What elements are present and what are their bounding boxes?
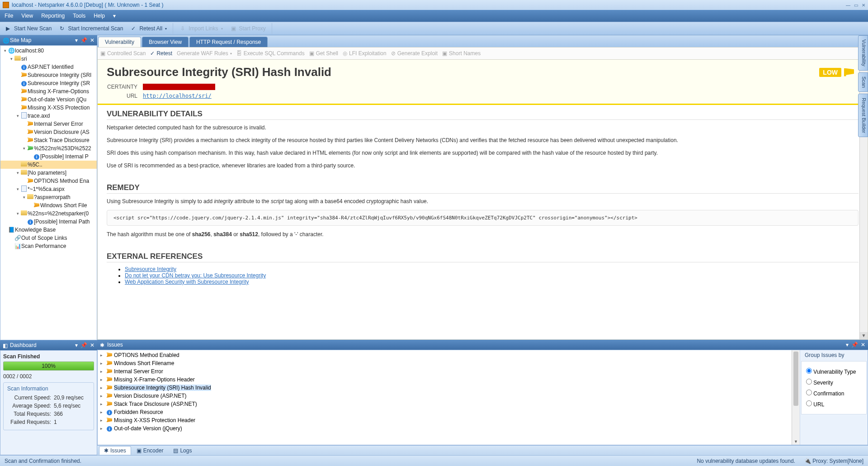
menu-file[interactable]: File xyxy=(5,13,13,19)
issue-row[interactable]: ▸Stack Trace Disclosure (ASP.NET) xyxy=(98,400,792,408)
issue-row[interactable]: ▸Missing X-XSS Protection Header xyxy=(98,416,792,424)
vulnerability-panel[interactable]: Subresource Integrity (SRI) Hash Invalid… xyxy=(97,60,868,340)
tree-node[interactable]: ▾🌐localhost:80 xyxy=(0,47,97,55)
scan-information: Scan Information Current Speed:20,9 req/… xyxy=(3,382,94,430)
panel-pin-button[interactable]: 📌 xyxy=(80,37,87,43)
issue-row[interactable]: ▸iOut-of-date Version (jQuery) xyxy=(98,424,792,433)
tree-node[interactable]: iSubresource Integrity (SR xyxy=(0,79,97,87)
tree-node[interactable]: ▾*~1*%5ca.aspx xyxy=(0,185,97,193)
tree-node[interactable]: ▾%22ns=%22netsparker(0 xyxy=(0,209,97,218)
tab-browser-view[interactable]: Browser View xyxy=(142,37,189,47)
issue-row[interactable]: ▸Missing X-Frame-Options Header xyxy=(98,376,792,384)
vulnerability-url[interactable]: http://localhost/sri/ xyxy=(143,93,212,99)
tree-node[interactable]: 📊Scan Performance xyxy=(0,242,97,250)
panel-pin-button[interactable]: 📌 xyxy=(851,342,858,348)
tree-node[interactable]: OPTIONS Method Ena xyxy=(0,177,97,185)
dashboard-row: Failed Requests:1 xyxy=(7,419,90,425)
issue-row[interactable]: ▸Windows Short Filename xyxy=(98,359,792,367)
tab-vulnerability[interactable]: Vulnerability xyxy=(98,37,141,47)
tree-node[interactable]: ▾[No parameters] xyxy=(0,169,97,177)
tree-node[interactable]: Version Disclosure (AS xyxy=(0,128,97,136)
issue-row[interactable]: ▸iForbidden Resource xyxy=(98,408,792,416)
sitemap-tree[interactable]: ▾🌐localhost:80▾sriiASP.NET IdentifiedSub… xyxy=(0,45,97,340)
tree-node[interactable]: ▾sri xyxy=(0,55,97,63)
flag-orange-icon xyxy=(107,401,112,407)
btab-logs[interactable]: ▤ Logs xyxy=(169,447,196,455)
issue-row[interactable]: ▸Version Disclosure (ASP.NET) xyxy=(98,392,792,400)
tree-node[interactable]: Internal Server Error xyxy=(0,120,97,128)
menu-help[interactable]: Help xyxy=(94,13,105,19)
scroll-down[interactable]: ▼ xyxy=(860,332,868,339)
panel-close-button[interactable]: ✕ xyxy=(90,342,94,348)
tree-node[interactable]: Windows Short File xyxy=(0,201,97,209)
lfi-button: ◎ LFI Exploitation xyxy=(343,50,387,57)
tree-node[interactable]: Missing X-XSS Protection xyxy=(0,104,97,112)
details-text: Netsparker detected computed hash for th… xyxy=(107,124,859,132)
dock-request-builder[interactable]: Request Builder xyxy=(858,94,868,137)
panel-options-button[interactable]: ▾ xyxy=(75,342,78,348)
issues-scrollbar[interactable]: ▲ ▼ xyxy=(792,350,800,445)
panel-close-button[interactable]: ✕ xyxy=(861,342,865,348)
menu-reporting[interactable]: Reporting xyxy=(41,13,65,19)
issue-row[interactable]: ▸Internal Server Error xyxy=(98,367,792,376)
issues-list[interactable]: ▸OPTIONS Method Enabled▸Windows Short Fi… xyxy=(98,350,792,445)
external-ref-link[interactable]: Do not let your CDN betray you: Use Subr… xyxy=(125,272,266,279)
tree-node[interactable]: ▾trace.axd xyxy=(0,112,97,120)
dashboard-icon: ◧ xyxy=(3,342,8,348)
panel-close-button[interactable]: ✕ xyxy=(90,37,94,43)
flag-orange-icon xyxy=(33,202,40,209)
start-proxy-button[interactable]: ▣Start Proxy xyxy=(228,24,269,33)
tree-node[interactable]: ▾%2522ns%253D%2522 xyxy=(0,144,97,152)
tree-node[interactable]: i[Possible] Internal Path xyxy=(0,218,97,226)
document-tabs: Vulnerability Browser View HTTP Request … xyxy=(97,35,868,47)
issue-row[interactable]: ▸OPTIONS Method Enabled xyxy=(98,351,792,359)
scan-status: Scan Finished xyxy=(3,353,94,360)
group-option[interactable]: URL xyxy=(806,400,862,408)
details-text: SRI does this using hash comparison mech… xyxy=(107,149,859,157)
group-option[interactable]: Confirmation xyxy=(806,390,862,397)
start-incremental-scan-button[interactable]: ↻Start Incremental Scan xyxy=(57,24,126,33)
retest-button[interactable]: ✓ Retest xyxy=(150,50,172,57)
close-button[interactable]: ✕ xyxy=(862,3,865,8)
tree-node[interactable]: Out-of-date Version (jQu xyxy=(0,95,97,104)
start-new-scan-button[interactable]: ▶Start New Scan xyxy=(3,24,55,33)
tree-node[interactable]: 🔗Out of Scope Links xyxy=(0,234,97,242)
group-option[interactable]: Vulnerability Type xyxy=(806,368,862,375)
tab-http[interactable]: HTTP Request / Response xyxy=(189,37,268,47)
maximize-button[interactable]: ▭ xyxy=(854,3,858,8)
window-title: localhost - Netsparker 4.6.0.0 [Debug] (… xyxy=(12,2,163,8)
external-ref-link[interactable]: Web Application Security with Subresourc… xyxy=(125,279,249,285)
dock-vulnerability[interactable]: Vulnerability xyxy=(858,35,868,71)
external-ref-link[interactable]: Subresource Integrity xyxy=(125,266,176,272)
minimize-button[interactable]: — xyxy=(846,3,850,8)
retest-all-button[interactable]: ✓Retest All▾ xyxy=(128,24,170,33)
btab-issues[interactable]: ✱ Issues xyxy=(99,446,131,455)
btab-encoder[interactable]: ▣ Encoder xyxy=(132,447,168,455)
menu-tools[interactable]: Tools xyxy=(73,13,85,19)
menu-view[interactable]: View xyxy=(21,13,33,19)
group-option[interactable]: Severity xyxy=(806,379,862,386)
flag-orange-icon xyxy=(107,376,112,383)
tree-node[interactable]: i[Possible] Internal P xyxy=(0,152,97,161)
tree-node[interactable]: Subresource Integrity (SRI xyxy=(0,71,97,79)
menu-more[interactable]: ▾ xyxy=(113,13,116,19)
panel-options-button[interactable]: ▾ xyxy=(846,342,849,348)
refresh-icon: ↻ xyxy=(60,25,66,32)
tree-node[interactable]: 📘Knowledge Base xyxy=(0,226,97,234)
tree-node[interactable]: ▾?aspxerrorpath xyxy=(0,193,97,201)
panel-options-button[interactable]: ▾ xyxy=(75,37,78,43)
tree-node[interactable]: iASP.NET Identified xyxy=(0,63,97,71)
proxy-icon: ▣ xyxy=(231,25,237,32)
flag-orange-icon xyxy=(20,88,28,95)
import-links-button[interactable]: ⇩Import Links▾ xyxy=(177,24,226,33)
status-left: Scan and Confirmation finished. xyxy=(5,458,81,464)
flag-orange-icon xyxy=(20,105,28,111)
dock-scan[interactable]: Scan xyxy=(858,72,868,92)
tree-node[interactable]: %5C.. xyxy=(0,161,97,169)
issues-title: Issues xyxy=(107,342,123,348)
tree-node[interactable]: Stack Trace Disclosure xyxy=(0,136,97,144)
details-heading: VULNERABILITY DETAILS xyxy=(107,109,859,120)
tree-node[interactable]: Missing X-Frame-Options xyxy=(0,87,97,95)
issue-row[interactable]: ▸Subresource Integrity (SRI) Hash Invali… xyxy=(98,384,792,392)
panel-pin-button[interactable]: 📌 xyxy=(80,342,87,348)
